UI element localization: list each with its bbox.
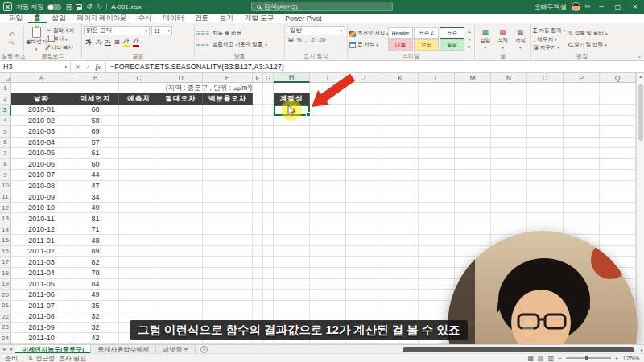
cell[interactable] bbox=[253, 246, 263, 257]
cell[interactable] bbox=[382, 290, 419, 301]
cell[interactable] bbox=[455, 191, 491, 203]
cell[interactable] bbox=[346, 138, 382, 149]
cell[interactable] bbox=[119, 301, 159, 312]
cell[interactable] bbox=[564, 224, 600, 236]
cell[interactable] bbox=[119, 224, 159, 236]
cell[interactable] bbox=[274, 268, 310, 279]
cell[interactable] bbox=[263, 213, 274, 224]
ribbon-tab-파일[interactable]: 파일 bbox=[3, 14, 28, 23]
cell[interactable] bbox=[11, 83, 72, 93]
cell[interactable] bbox=[600, 148, 636, 159]
cell[interactable] bbox=[119, 203, 159, 214]
cell[interactable] bbox=[159, 138, 203, 149]
date-cell[interactable]: 2010-08 bbox=[11, 181, 72, 192]
cell[interactable] bbox=[203, 235, 253, 246]
delete-cells-button[interactable]: ▦삭제▾ bbox=[494, 26, 512, 52]
increase-decimal-button[interactable]: .0 bbox=[310, 37, 315, 43]
accessibility-status[interactable]: ♿ 접근성: 조사 필요 bbox=[28, 354, 86, 362]
cell[interactable] bbox=[119, 138, 159, 149]
cell[interactable] bbox=[253, 116, 263, 127]
cell[interactable] bbox=[527, 181, 564, 192]
column-header-F[interactable]: F bbox=[253, 73, 263, 83]
cell[interactable] bbox=[159, 148, 203, 159]
vertical-scrollbar[interactable]: ▲ bbox=[636, 73, 644, 344]
row-header-16[interactable]: 16 bbox=[0, 246, 11, 257]
cell[interactable] bbox=[346, 148, 382, 159]
insert-function-icon[interactable]: fx bbox=[96, 64, 101, 71]
cell[interactable] bbox=[263, 126, 274, 138]
date-cell[interactable]: 2010-05 bbox=[11, 148, 72, 159]
column-header-L[interactable]: L bbox=[419, 73, 455, 83]
pm-value-cell[interactable]: 81 bbox=[72, 213, 119, 224]
cell[interactable] bbox=[346, 213, 382, 224]
cell[interactable] bbox=[491, 148, 527, 159]
cell[interactable] bbox=[253, 224, 263, 236]
cell[interactable] bbox=[346, 159, 382, 171]
cell[interactable] bbox=[382, 235, 419, 246]
formula-input[interactable]: =FORECAST.ETS.SEASONALITY(B3:B127,A3:A12… bbox=[106, 61, 644, 72]
insert-cells-button[interactable]: ▦삽입▾ bbox=[477, 26, 494, 52]
cell[interactable] bbox=[159, 116, 203, 127]
cell[interactable] bbox=[274, 235, 310, 246]
cell[interactable] bbox=[419, 83, 455, 93]
user-name[interactable]: 오빠두엑셀 bbox=[535, 2, 567, 11]
excel-app-icon[interactable]: X bbox=[3, 2, 12, 11]
cell[interactable] bbox=[203, 257, 253, 268]
cell[interactable] bbox=[203, 181, 253, 192]
zoom-in-button[interactable]: + bbox=[615, 355, 619, 362]
row-header-9[interactable]: 9 bbox=[0, 170, 11, 181]
borders-button[interactable]: ⊞ bbox=[114, 39, 120, 47]
cell[interactable] bbox=[346, 181, 382, 192]
cancel-formula-icon[interactable]: ✕ bbox=[76, 64, 81, 71]
cell[interactable] bbox=[491, 170, 527, 181]
cell[interactable] bbox=[119, 191, 159, 203]
column-header-D[interactable]: D bbox=[159, 73, 203, 83]
cell[interactable] bbox=[564, 203, 600, 214]
row-header-5[interactable]: 5 bbox=[0, 126, 11, 138]
cell[interactable] bbox=[455, 159, 491, 171]
cell[interactable] bbox=[203, 301, 253, 312]
cell[interactable] bbox=[159, 235, 203, 246]
pm-value-cell[interactable]: 48 bbox=[72, 235, 119, 246]
cell[interactable] bbox=[310, 126, 346, 138]
date-cell[interactable]: 2011-07 bbox=[11, 301, 72, 312]
row-header-7[interactable]: 7 bbox=[0, 148, 11, 159]
cell[interactable] bbox=[253, 235, 263, 246]
cell[interactable] bbox=[491, 93, 527, 105]
cell[interactable] bbox=[382, 148, 419, 159]
cell[interactable] bbox=[159, 191, 203, 203]
cell[interactable] bbox=[253, 105, 263, 116]
cell[interactable] bbox=[253, 203, 263, 214]
cell[interactable] bbox=[310, 290, 346, 301]
cell[interactable] bbox=[600, 105, 636, 116]
cell[interactable] bbox=[203, 290, 253, 301]
cell[interactable] bbox=[564, 159, 600, 171]
cell[interactable] bbox=[119, 213, 159, 224]
cell[interactable] bbox=[382, 257, 419, 268]
date-cell[interactable]: 2011-05 bbox=[11, 279, 72, 290]
cell[interactable] bbox=[263, 138, 274, 149]
decrease-decimal-button[interactable]: .00 bbox=[318, 37, 326, 43]
cell[interactable] bbox=[253, 93, 263, 105]
format-cells-button[interactable]: ▦서식▾ bbox=[511, 26, 529, 52]
ribbon-tab-검토[interactable]: 검토 bbox=[189, 14, 214, 23]
cell[interactable] bbox=[203, 159, 253, 171]
cell[interactable] bbox=[491, 181, 527, 192]
row-header-20[interactable]: 20 bbox=[0, 290, 11, 301]
cell[interactable] bbox=[491, 138, 527, 149]
maximize-button[interactable]: ▢ bbox=[612, 3, 625, 10]
cell[interactable] bbox=[274, 170, 310, 181]
column-header-N[interactable]: N bbox=[491, 73, 527, 83]
sheet-tab-미세먼지농도(종로구)[interactable]: 미세먼지농도(종로구) bbox=[15, 345, 91, 353]
cell[interactable] bbox=[119, 126, 159, 138]
horizontal-scroll-thumb[interactable] bbox=[402, 347, 634, 352]
cell[interactable] bbox=[455, 138, 491, 149]
cell[interactable] bbox=[310, 148, 346, 159]
select-all-corner[interactable] bbox=[0, 73, 11, 83]
cell[interactable] bbox=[382, 268, 419, 279]
row-header-11[interactable]: 11 bbox=[0, 191, 11, 203]
row-header-3[interactable]: 3 bbox=[0, 105, 11, 116]
page-layout-view-icon[interactable]: ▤ bbox=[538, 355, 544, 362]
date-cell[interactable]: 2011-10 bbox=[11, 333, 72, 344]
cell[interactable] bbox=[310, 246, 346, 257]
